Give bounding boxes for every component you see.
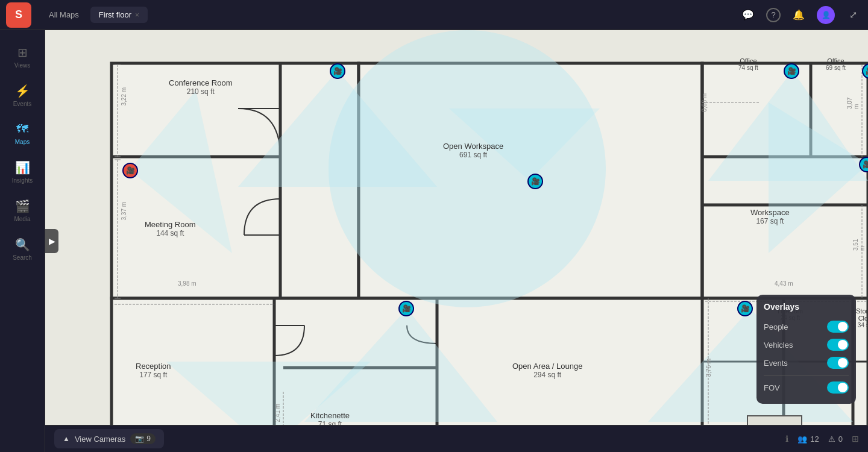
camera-icon-1: 🎥 bbox=[333, 67, 342, 75]
media-icon: 🎬 bbox=[15, 199, 30, 213]
overlay-row-vehicles: Vehicles bbox=[764, 336, 849, 354]
logo[interactable]: S bbox=[6, 2, 31, 28]
overlay-label-people: People bbox=[764, 322, 788, 331]
camera-marker-2[interactable]: 🎥 bbox=[784, 63, 799, 79]
camera-icon-6: 🎥 bbox=[402, 304, 411, 313]
views-icon: ⊞ bbox=[17, 45, 28, 60]
sidebar-item-insights[interactable]: 📊 Insights bbox=[3, 154, 42, 190]
tab-all-maps[interactable]: All Maps bbox=[40, 7, 87, 23]
tab-bar: All Maps First floor × bbox=[40, 7, 739, 23]
overlay-label-events: Events bbox=[764, 359, 788, 368]
camera-icon-3: 🎥 bbox=[866, 67, 869, 75]
overlays-title: Overlays bbox=[764, 302, 849, 312]
alert-count: 0 bbox=[838, 435, 843, 444]
collapse-sidebar-arrow[interactable]: ▶ bbox=[45, 229, 58, 253]
overlay-row-events: Events bbox=[764, 354, 849, 372]
overlay-toggle-events[interactable] bbox=[827, 357, 849, 369]
camera-badge-icon: 📷 bbox=[135, 435, 144, 443]
overlay-row-fov: FOV bbox=[764, 378, 849, 397]
camera-icon-4: 🎥 bbox=[863, 160, 869, 169]
logo-text: S bbox=[15, 8, 22, 21]
tab-first-floor[interactable]: First floor × bbox=[90, 7, 148, 23]
overlay-divider bbox=[764, 375, 849, 375]
arrow-up-icon: ▲ bbox=[63, 435, 70, 443]
sidebar: ⊞ Views ⚡ Events 🗺 Maps 📊 Insights 🎬 Med… bbox=[0, 30, 45, 452]
people-count: 12 bbox=[810, 435, 819, 444]
camera-marker-1[interactable]: 🎥 bbox=[330, 63, 345, 79]
people-icon: 👥 bbox=[797, 435, 807, 444]
sidebar-label-insights: Insights bbox=[12, 177, 33, 184]
bottom-right-actions: ℹ 👥 12 ⚠ 0 ⊞ bbox=[785, 434, 859, 444]
overlay-toggle-people[interactable] bbox=[827, 321, 849, 333]
sidebar-item-views[interactable]: ⊞ Views bbox=[3, 39, 42, 75]
overlay-toggle-vehicles[interactable] bbox=[827, 339, 849, 351]
events-icon: ⚡ bbox=[15, 84, 30, 98]
bottom-bar: ▲ View Cameras 📷 9 ℹ 👥 12 ⚠ 0 ⊞ bbox=[45, 425, 868, 452]
people-stat: 👥 12 bbox=[797, 435, 819, 444]
camera-icon-5: 🎥 bbox=[531, 177, 540, 186]
camera-icon-2: 🎥 bbox=[787, 67, 796, 75]
overlays-panel: Overlays People Vehicles Events FOV bbox=[756, 295, 856, 404]
layers-icon[interactable]: ⊞ bbox=[852, 434, 859, 444]
overlay-toggle-fov[interactable] bbox=[827, 381, 849, 394]
info-icon[interactable]: ℹ bbox=[785, 434, 788, 444]
sidebar-label-media: Media bbox=[14, 216, 30, 222]
avatar[interactable]: 👤 bbox=[817, 6, 835, 24]
maps-icon: 🗺 bbox=[16, 122, 28, 136]
alert-icon: ⚠ bbox=[828, 435, 835, 444]
chat-icon[interactable]: 💬 bbox=[739, 6, 757, 24]
sidebar-label-search: Search bbox=[13, 254, 32, 261]
expand-icon[interactable]: ⤢ bbox=[844, 6, 862, 24]
sidebar-item-search[interactable]: 🔍 Search bbox=[3, 231, 42, 267]
camera-icon-alert: 🎥 bbox=[126, 166, 135, 175]
overlay-label-fov: FOV bbox=[764, 383, 780, 392]
view-cameras-button[interactable]: ▲ View Cameras 📷 9 bbox=[54, 429, 164, 448]
header-actions: 💬 ? 🔔 👤 ⤢ bbox=[739, 6, 862, 24]
sidebar-label-events: Events bbox=[13, 101, 32, 107]
sidebar-label-maps: Maps bbox=[15, 139, 30, 145]
insights-icon: 📊 bbox=[15, 160, 30, 175]
camera-marker-5[interactable]: 🎥 bbox=[527, 174, 543, 189]
camera-marker-6[interactable]: 🎥 bbox=[398, 301, 414, 316]
view-cameras-label: View Cameras bbox=[75, 435, 125, 444]
overlay-row-people: People bbox=[764, 318, 849, 336]
sidebar-item-media[interactable]: 🎬 Media bbox=[3, 193, 42, 228]
header: S All Maps First floor × 💬 ? 🔔 👤 ⤢ bbox=[0, 0, 868, 30]
sidebar-label-views: Views bbox=[14, 62, 31, 69]
camera-marker-alert[interactable]: 🎥 bbox=[122, 163, 138, 178]
help-icon[interactable]: ? bbox=[766, 8, 781, 22]
tab-close-icon[interactable]: × bbox=[135, 11, 139, 19]
search-icon: 🔍 bbox=[15, 237, 30, 252]
camera-count: 9 bbox=[146, 435, 151, 443]
bell-icon[interactable]: 🔔 bbox=[790, 6, 808, 24]
sidebar-item-events[interactable]: ⚡ Events bbox=[3, 78, 42, 113]
floor-plan-svg: .wall { fill: none; stroke: #222; stroke… bbox=[45, 30, 868, 452]
map-area[interactable]: .wall { fill: none; stroke: #222; stroke… bbox=[45, 30, 868, 452]
camera-marker-7[interactable]: 🎥 bbox=[737, 301, 753, 316]
camera-count-badge: 📷 9 bbox=[130, 433, 156, 444]
sidebar-item-maps[interactable]: 🗺 Maps bbox=[3, 116, 42, 151]
alert-stat: ⚠ 0 bbox=[828, 435, 843, 444]
overlay-label-vehicles: Vehicles bbox=[764, 341, 793, 350]
camera-icon-7: 🎥 bbox=[741, 304, 750, 313]
